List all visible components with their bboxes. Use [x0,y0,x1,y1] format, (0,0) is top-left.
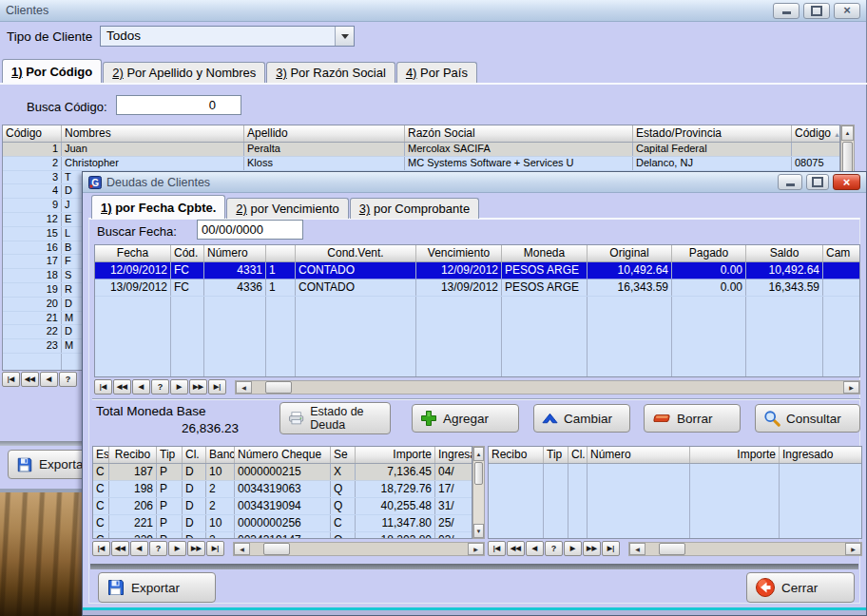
nav-fast-prev-button[interactable]: ◀◀ [113,379,131,395]
column-header[interactable]: Banc [206,447,235,463]
column-header[interactable]: Cód. [171,245,204,261]
table-row[interactable]: 1JuanPeraltaMercolax SACIFACapital Feder… [3,143,839,157]
nav-fast-next-button[interactable]: ▶▶ [583,541,601,556]
restore-button[interactable] [803,3,830,19]
column-header[interactable]: Cond.Vent. [296,245,416,261]
debts-hscrollbar[interactable]: ◀ ▶ [235,380,860,395]
column-header[interactable] [266,245,296,261]
column-header[interactable]: Recibo [109,447,157,463]
column-header[interactable]: Cl. [183,447,206,463]
scroll-right-icon[interactable]: ▶ [843,381,859,394]
nav-fast-next-button[interactable]: ▶▶ [187,541,205,556]
scroll-left-icon[interactable]: ◀ [629,543,645,555]
modal-minimize-button[interactable] [778,174,802,190]
deudas-titlebar[interactable]: G Deudas de Clientes × [83,172,866,193]
column-header[interactable]: Original [588,245,672,261]
table-row[interactable]: C187PD100000000215X7,136.4504/ [93,464,472,481]
table-row[interactable]: 2ChristopherKlossMC Systems Software + S… [3,157,839,171]
scrollbar-thumb[interactable] [659,543,685,555]
scrollbar-thumb[interactable] [263,543,290,555]
tab-por-vencimiento[interactable]: 2) por Vencimiento [226,198,348,219]
nav-help-button[interactable]: ? [59,372,77,387]
table-row[interactable]: 12/09/2012FC43311CONTADO12/09/2012PESOS … [95,262,859,279]
column-header[interactable]: Recibo [489,447,544,463]
nav-next-button[interactable]: ▶ [170,379,188,395]
nav-first-button[interactable]: |◀ [94,379,112,395]
scroll-right-icon[interactable]: ▶ [468,543,484,555]
nav-prev-button[interactable]: ◀ [130,541,148,556]
nav-help-button[interactable]: ? [545,541,563,556]
nav-first-button[interactable]: |◀ [2,372,20,387]
scroll-right-icon[interactable]: ▶ [845,543,861,555]
column-header[interactable]: Estado/Provincia [633,125,792,142]
estado-deuda-button[interactable]: Estado de Deuda [279,402,391,434]
nav-last-button[interactable]: ▶| [208,379,226,395]
column-header[interactable]: Apellido [244,125,405,142]
tab-por-comprobante[interactable]: 3) por Comprobante [350,198,479,219]
table-row[interactable]: C198PD20034319063Q18,729.7617/ [93,481,472,498]
close-button[interactable]: × [834,3,860,19]
column-header[interactable]: Ingresado [780,447,862,463]
column-header[interactable]: Saldo [746,245,823,261]
scroll-down-icon[interactable]: ▼ [473,524,484,538]
scroll-left-icon[interactable]: ◀ [236,381,252,394]
consultar-button[interactable]: Consultar [755,404,860,433]
column-header[interactable]: Cl. [568,447,588,463]
column-header[interactable]: Código [3,125,62,142]
receipts-hscrollbar[interactable]: ◀ ▶ [233,542,485,556]
nav-first-button[interactable]: |◀ [488,541,506,556]
column-header[interactable]: Número [204,245,266,261]
modal-close-button[interactable]: × [833,174,860,190]
nav-help-button[interactable]: ? [149,541,167,556]
nav-fast-prev-button[interactable]: ◀◀ [507,541,525,556]
nav-prev-button[interactable]: ◀ [40,372,58,387]
nav-help-button[interactable]: ? [151,379,169,395]
nav-fast-next-button[interactable]: ▶▶ [189,379,207,395]
scroll-up-icon[interactable]: ▲ [841,125,854,141]
column-header[interactable]: Código▲ [792,125,840,142]
table-row[interactable]: C221PD100000000256C11,347.8025/ [93,515,472,532]
column-header[interactable]: Importe [690,447,780,463]
column-header[interactable]: Pagado [672,245,746,261]
column-header[interactable]: Es [93,447,109,463]
table-row[interactable]: C229PD20034319147Q18,203.8003/ [93,532,472,538]
tab-por-pais[interactable]: 4) Por País [396,62,477,83]
column-header[interactable]: Número Cheque [235,447,331,463]
code-search-input[interactable] [116,95,241,115]
agregar-button[interactable]: Agregar [412,404,519,433]
nav-last-button[interactable]: ▶| [602,541,620,556]
nav-prev-button[interactable]: ◀ [132,379,150,395]
column-header[interactable]: Fecha [95,245,171,261]
table-row[interactable]: C206PD20034319094Q40,255.4831/ [93,498,472,515]
scroll-up-icon[interactable]: ▲ [473,447,484,461]
nav-last-button[interactable]: ▶| [206,541,224,556]
combobox-dropdown-button[interactable] [335,27,354,46]
column-header[interactable]: Razón Social [405,125,633,142]
receipts-vscrollbar[interactable]: ▲ ▼ [472,446,485,539]
column-header[interactable]: Tip [544,447,568,463]
table-row[interactable]: 13/09/2012FC43361CONTADO13/09/2012PESOS … [95,279,859,297]
clientes-titlebar[interactable]: Clientes × [0,0,866,22]
nav-first-button[interactable]: |◀ [92,541,110,556]
nav-next-button[interactable]: ▶ [564,541,582,556]
scrollbar-thumb[interactable] [474,462,483,485]
cambiar-button[interactable]: Cambiar [533,404,630,433]
nav-prev-button[interactable]: ◀ [526,541,544,556]
scroll-left-icon[interactable]: ◀ [234,543,250,555]
column-header[interactable]: Nombres [62,125,244,142]
tab-por-codigo[interactable]: 1) Por Código [2,59,102,83]
column-header[interactable]: Ingresado [435,447,472,463]
column-header[interactable]: Tip [157,447,183,463]
tab-por-fecha[interactable]: 1) por Fecha Cpbte. [91,195,225,219]
pending-hscrollbar[interactable]: ◀ ▶ [628,542,862,556]
tab-por-apellido[interactable]: 2) Por Apellido y Nombres [103,62,265,83]
nav-fast-prev-button[interactable]: ◀◀ [111,541,129,556]
tab-por-razon-social[interactable]: 3) Por Razón Social [266,62,395,83]
minimize-button[interactable] [773,3,800,19]
modal-restore-button[interactable] [806,174,829,190]
nav-fast-prev-button[interactable]: ◀◀ [21,372,39,387]
column-header[interactable]: Moneda [502,245,588,261]
column-header[interactable]: Importe [356,447,435,463]
column-header[interactable]: Se [331,447,356,463]
column-header[interactable]: Número [588,447,690,463]
